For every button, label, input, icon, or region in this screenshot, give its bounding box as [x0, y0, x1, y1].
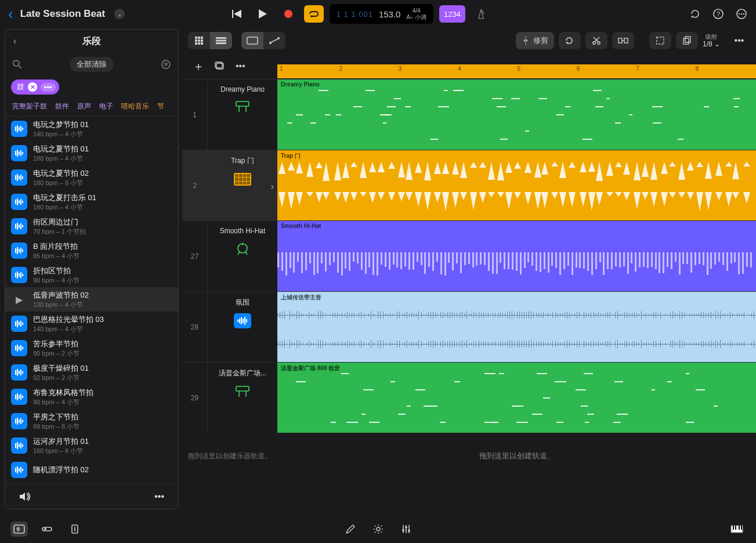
- marquee-tool-button[interactable]: [649, 32, 671, 49]
- play-button[interactable]: [253, 5, 273, 23]
- loop-item[interactable]: B 面片段节拍85 bpm – 4 小节: [5, 238, 178, 263]
- svg-rect-69: [15, 394, 16, 399]
- category-tab[interactable]: 鼓件: [55, 102, 69, 111]
- search-icon[interactable]: [12, 59, 23, 70]
- svg-rect-21: [19, 127, 20, 131]
- filter-tag-drums[interactable]: 鼓 ✕ •••: [11, 79, 59, 95]
- loop-item[interactable]: 极度干燥碎拍 0192 bpm – 2 小节: [5, 360, 178, 385]
- loop-item[interactable]: 电玩之夏节拍 02180 bpm – 8 小节: [5, 165, 178, 190]
- loop-item[interactable]: 折扣区节拍90 bpm – 4 小节: [5, 263, 178, 287]
- clear-all-button[interactable]: 全部清除: [70, 57, 114, 72]
- loop-item[interactable]: ▶ 低音声波节拍 02130 bpm – 4 小节: [5, 287, 178, 312]
- go-to-start-button[interactable]: [227, 5, 247, 23]
- svg-rect-48: [22, 249, 23, 252]
- pencil-tool-icon[interactable]: [345, 524, 356, 534]
- track-instrument-icon: [234, 241, 251, 256]
- tracks-more-button[interactable]: •••: [728, 32, 750, 49]
- loop-item[interactable]: 平房之下节拍89 bpm – 8 小节: [5, 409, 178, 433]
- loop-item[interactable]: 电玩之夏节拍 01180 bpm – 4 小节: [5, 141, 178, 165]
- brightness-icon[interactable]: [373, 524, 384, 534]
- category-tab[interactable]: 节: [157, 102, 164, 111]
- category-tab[interactable]: 嘻哈音乐: [121, 102, 149, 111]
- region[interactable]: 汤普金斯广场 808 低音: [277, 363, 756, 433]
- faders-icon[interactable]: [401, 524, 411, 534]
- tag-remove-icon[interactable]: ✕: [28, 82, 37, 92]
- scissors-split-button[interactable]: 修剪: [516, 32, 554, 49]
- svg-rect-79: [15, 443, 16, 448]
- browser-toggle-button[interactable]: [10, 522, 28, 537]
- lcd-display[interactable]: 1 1 1 001 153.0 4/4 A♭ 小调: [330, 4, 433, 24]
- track-info[interactable]: Smooth Hi-Hat: [208, 221, 277, 291]
- bar-ruler[interactable]: 12345678: [277, 64, 756, 78]
- view-mode-segment[interactable]: [188, 32, 232, 49]
- loop-list[interactable]: 电玩之梦节拍 01140 bpm – 4 小节 电玩之夏节拍 01180 bpm…: [5, 117, 178, 483]
- tracks-area: 修剪 吸附 1/8 ⌄ ••• ＋ ••• 12345678 1: [182, 28, 756, 511]
- region[interactable]: Trap 门: [277, 150, 756, 220]
- svg-rect-43: [22, 225, 23, 227]
- loop-item[interactable]: 电玩之梦节拍 01140 bpm – 4 小节: [5, 117, 178, 141]
- track-info[interactable]: Dreamy Piano: [208, 79, 277, 150]
- snap-control[interactable]: 吸附 1/8 ⌄: [703, 34, 724, 48]
- region[interactable]: Smooth Hi-Hat: [277, 221, 756, 291]
- plugin-toggle-button[interactable]: [66, 522, 84, 537]
- region-view-button[interactable]: [241, 32, 263, 49]
- svg-line-105: [271, 39, 278, 42]
- tag-more-icon[interactable]: •••: [41, 83, 56, 92]
- track-info[interactable]: 氛围: [208, 292, 277, 362]
- browser-back-button[interactable]: ‹: [13, 36, 16, 46]
- preview-volume-icon[interactable]: [19, 491, 32, 502]
- drop-zone[interactable]: 拖到这里以创建乐器轨道。拖到这里以创建轨道。: [182, 433, 756, 479]
- automation-view-button[interactable]: [263, 32, 285, 49]
- track-disclosure-icon[interactable]: ›: [271, 182, 274, 192]
- metronome-button[interactable]: [471, 5, 491, 23]
- track-stack-button[interactable]: [215, 61, 225, 71]
- back-button[interactable]: ‹: [8, 5, 13, 23]
- track-info[interactable]: 汤普金斯广场...: [208, 363, 277, 433]
- loop-item[interactable]: 街区周边过门70 bpm – 1 个节拍: [5, 214, 178, 238]
- loop-tool-button[interactable]: [559, 32, 581, 49]
- loop-item[interactable]: 苦乐参半节拍90 bpm – 2 小节: [5, 336, 178, 360]
- piano-keyboard-button[interactable]: [728, 522, 746, 537]
- add-track-button[interactable]: ＋: [193, 59, 204, 74]
- count-in-button[interactable]: 1234: [439, 5, 465, 23]
- grid-view-button[interactable]: [188, 32, 210, 49]
- track-lane[interactable]: Trap 门: [277, 150, 756, 220]
- track-lane[interactable]: Smooth Hi-Hat: [277, 221, 756, 291]
- category-tab[interactable]: 完整架子鼓: [12, 102, 47, 111]
- undo-button[interactable]: [689, 8, 701, 20]
- category-tab[interactable]: 电子: [99, 102, 113, 111]
- more-button[interactable]: [735, 8, 748, 20]
- loop-item[interactable]: 运河岁月节拍 01160 bpm – 8 小节: [5, 433, 178, 458]
- region[interactable]: Dreamy Piano: [277, 79, 756, 150]
- track-lane[interactable]: 上城传送带主音: [277, 292, 756, 362]
- loop-name: B 面片段节拍: [33, 241, 79, 252]
- tracks-view-button[interactable]: [210, 32, 232, 49]
- track-number: 27: [182, 221, 208, 291]
- copy-tool-button[interactable]: [676, 32, 698, 49]
- loop-item[interactable]: 随机漂浮节拍 02: [5, 458, 178, 482]
- display-mode-segment[interactable]: [241, 32, 285, 49]
- track-info[interactable]: Trap 门: [208, 150, 277, 220]
- track-lane[interactable]: Dreamy Piano: [277, 79, 756, 150]
- svg-rect-51: [19, 273, 20, 277]
- mixer-toggle-button[interactable]: [38, 522, 56, 537]
- track-header-more-button[interactable]: •••: [236, 61, 245, 71]
- scissors-tool-button[interactable]: [585, 32, 607, 49]
- browser-more-icon[interactable]: •••: [154, 491, 164, 502]
- loop-item[interactable]: 巴恩格拉光晕节拍 03140 bpm – 4 小节: [5, 312, 178, 336]
- category-tab[interactable]: 原声: [77, 102, 91, 111]
- cycle-button[interactable]: [304, 5, 324, 23]
- project-title[interactable]: Late Session Beat: [20, 8, 105, 20]
- record-button[interactable]: [278, 5, 298, 23]
- project-menu-button[interactable]: ⌄: [114, 9, 125, 19]
- join-tool-button[interactable]: [612, 32, 634, 49]
- filter-settings-icon[interactable]: [161, 59, 171, 70]
- svg-rect-42: [20, 223, 21, 229]
- loop-item[interactable]: 电玩之夏打击乐 01180 bpm – 4 小节: [5, 190, 178, 214]
- region[interactable]: 上城传送带主音: [277, 292, 756, 362]
- browser-category-tabs[interactable]: 完整架子鼓鼓件原声电子嘻哈音乐节: [5, 98, 178, 117]
- loop-name: 随机漂浮节拍 02: [33, 465, 89, 475]
- help-button[interactable]: ?: [712, 8, 725, 20]
- loop-item[interactable]: 布鲁克林风格节拍90 bpm – 4 小节: [5, 385, 178, 409]
- track-lane[interactable]: 汤普金斯广场 808 低音: [277, 363, 756, 433]
